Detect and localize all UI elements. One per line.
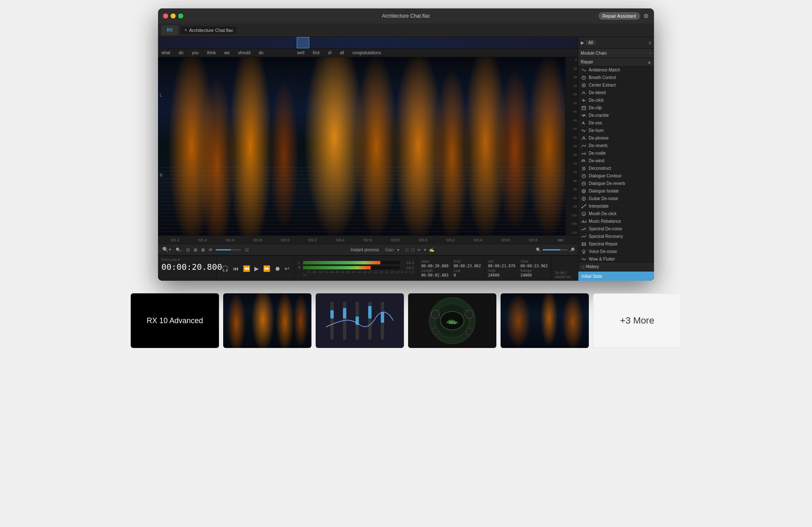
zoom-out-icon[interactable]: 🔍- (175, 247, 183, 253)
module-item-spectral-recovery[interactable]: Spectral Recovery (578, 233, 654, 240)
db-label-85dB: 90 (567, 196, 577, 200)
module-item-de-bleed[interactable]: De-bleed (578, 89, 654, 97)
view-start: 00:00:21.079 (488, 264, 515, 268)
instant-process-checkbox[interactable]: ☑ (245, 248, 249, 252)
module-item-de-clip[interactable]: De-clip (578, 104, 654, 112)
module-item-dialogue-de-reverb[interactable]: Dialogue De-reverb (578, 180, 654, 187)
end-value: 00:00:23.962 (453, 264, 481, 268)
module-item-interpolate[interactable]: Interpolate (578, 203, 654, 210)
tool-lasso-icon[interactable]: ⬡ (411, 248, 415, 252)
de-plosive-icon (581, 135, 587, 141)
high-value: 24000 (488, 273, 515, 277)
panel-play-button[interactable]: ▶ (581, 40, 584, 45)
transport-bar: 🔍+ 🔍- ⊡ ⊞ ⊠ ⟳ ☑ Instant process Gain ▾ ◻… (158, 244, 578, 256)
select-icon[interactable]: ⊞ (193, 247, 198, 253)
step-back-icon[interactable]: ⏪ (242, 264, 251, 273)
waveform-overview[interactable] (158, 37, 578, 49)
module-item-de-ess[interactable]: De-ess (578, 119, 654, 127)
de-reverb-icon (581, 143, 587, 149)
file-tab[interactable]: ✕ Architecture Chat.flac (181, 26, 237, 34)
thumbnail-rx10[interactable]: RX 10 Advanced (131, 293, 219, 348)
db-label-100dB: 105 (567, 222, 577, 226)
module-item-de-click[interactable]: De-click (578, 97, 654, 104)
svg-point-25 (583, 250, 585, 253)
record-icon[interactable]: ⏺ (273, 264, 282, 273)
module-item-dialogue-isolate[interactable]: Dialogue Isolate (578, 187, 654, 195)
meter-scale-3: -60 (312, 271, 316, 277)
time-marker-13: t23.6 (492, 238, 519, 242)
view-zoom-slider[interactable] (543, 249, 568, 250)
gain-dropdown[interactable]: ▾ (397, 248, 399, 252)
dialogue-contour-icon (581, 173, 587, 179)
zoom-in-view-icon[interactable]: 🔎 (569, 248, 575, 252)
transport-controls: 🎧 ⏮ ⏪ ▶ ⏩ ⏺ ↩ (217, 256, 295, 281)
module-item-de-hum[interactable]: De-hum (578, 127, 654, 134)
de-clip-icon (581, 105, 587, 111)
module-item-breath-control[interactable]: Breath Control (578, 74, 654, 82)
tool-select-icon[interactable]: ◻ (405, 248, 409, 252)
zoom-in-icon[interactable]: 🔍+ (161, 246, 172, 253)
module-item-de-crackle[interactable]: De-crackle (578, 112, 654, 119)
db-label-20dB: 25 (567, 84, 577, 88)
module-item-voice-de-noise[interactable]: Voice De-noise (578, 248, 654, 256)
close-button[interactable] (163, 13, 168, 18)
module-item-dialogue-contour[interactable]: Dialogue Contour (578, 172, 654, 180)
module-item-center-extract[interactable]: Center Extract (578, 82, 654, 89)
headphones-icon[interactable]: 🎧 (220, 264, 230, 273)
module-item-de-reverb[interactable]: De-reverb (578, 142, 654, 150)
spectrogram-main[interactable]: L R 0 15 20 25 30 35 40 45 50 55 60 65 (158, 57, 578, 235)
instant-process-label: Instant process (351, 248, 379, 252)
rewind-icon[interactable]: ⏮ (232, 264, 240, 273)
loop-btn[interactable]: ↩ (283, 264, 291, 273)
tool-magic-icon[interactable]: ✦ (423, 248, 427, 252)
module-item-de-wind[interactable]: De-wind (578, 157, 654, 165)
repair-section-header[interactable]: Repair ▲ (578, 58, 654, 66)
module-item-spectral-repair[interactable]: Spectral Repair (578, 240, 654, 248)
dialogue-de-reverb-label: Dialogue De-reverb (589, 181, 651, 186)
settings-icon[interactable]: ⚙ (643, 13, 649, 19)
loop-icon[interactable]: ⟳ (208, 247, 213, 253)
meter-bar-l-container (303, 261, 400, 264)
more-thumbnails-button[interactable]: +3 More (593, 293, 681, 348)
module-item-de-rustle[interactable]: De-rustle (578, 150, 654, 157)
tool-brush-icon[interactable]: ✏ (417, 248, 421, 252)
history-back-icon[interactable]: ◁ (581, 264, 584, 269)
meter-bar-r-container (303, 266, 400, 269)
zoom-slider[interactable] (216, 249, 241, 250)
db-label-12dB: 20 (567, 75, 577, 79)
fit-icon[interactable]: ⊡ (185, 247, 190, 253)
thumbnail-spectrogram-1[interactable] (223, 293, 311, 348)
panel-menu-icon[interactable]: ≡ (649, 40, 651, 46)
module-item-wow-flutter[interactable]: Wow & Flutter (578, 256, 654, 262)
play-icon[interactable]: ▶ (253, 264, 260, 273)
svg-point-16 (581, 207, 583, 208)
svg-point-45 (466, 328, 472, 335)
module-item-guitar-de-noise[interactable]: Guitar De-noise (578, 195, 654, 203)
module-item-ambience-match[interactable]: Ambience Match (578, 66, 654, 74)
maximize-button[interactable] (178, 13, 183, 18)
time-marker-12: t23.4 (464, 238, 492, 242)
minimize-button[interactable] (171, 13, 176, 18)
tool-pencil-icon[interactable]: ✍ (429, 248, 434, 252)
spectral-de-noise-label: Spectral De-noise (589, 227, 651, 231)
history-initial-state[interactable]: Initial State (578, 271, 654, 281)
thumbnail-eq[interactable] (316, 293, 404, 348)
module-item-mouth-de-click[interactable]: Mouth De-click (578, 210, 654, 218)
voice-de-noise-icon (581, 249, 587, 255)
meter-scale-13: -27 (368, 271, 372, 277)
range-label: Range (520, 269, 548, 273)
module-item-de-plosive[interactable]: De-plosive (578, 134, 654, 142)
module-item-music-rebalance[interactable]: Music Rebalance (578, 218, 654, 225)
panel-all-button[interactable]: All (586, 40, 596, 45)
tab-close-icon[interactable]: ✕ (184, 28, 187, 32)
snap-icon[interactable]: ⊠ (200, 247, 206, 253)
main-content: what do you think we should do well firs… (158, 37, 654, 281)
step-fwd-icon[interactable]: ⏩ (262, 264, 272, 273)
thumbnail-plugin[interactable]: 95% (408, 293, 496, 348)
sort-icon[interactable]: ↑ (649, 51, 651, 55)
zoom-out-view-icon[interactable]: 🔍 (536, 248, 541, 252)
thumbnail-spectrogram-2[interactable] (501, 293, 589, 348)
repair-assistant-button[interactable]: Repair Assistant (598, 12, 640, 20)
module-item-deconstruct[interactable]: Deconstruct (578, 165, 654, 172)
module-item-spectral-de-noise[interactable]: Spectral De-noise (578, 225, 654, 233)
